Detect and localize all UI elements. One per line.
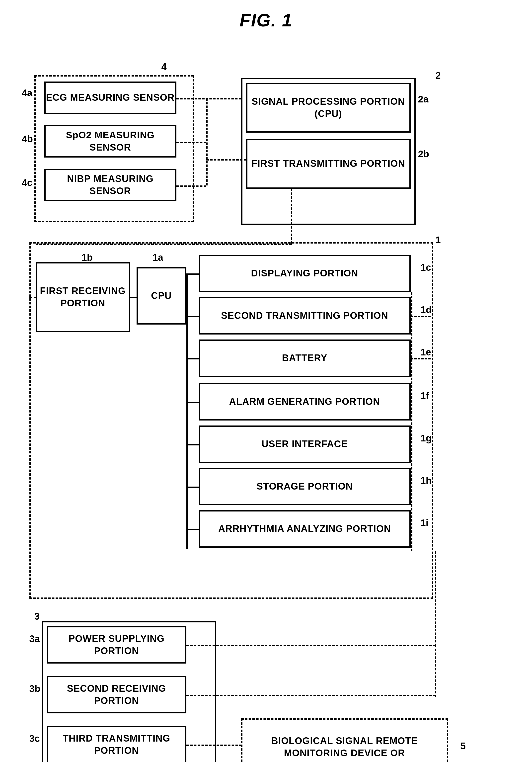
label-1h: 1h [421, 475, 432, 486]
displaying-box: DISPLAYING PORTION [199, 255, 411, 292]
recv-left-dash [30, 297, 37, 298]
dev2-to-dev1-v [291, 189, 292, 244]
label-1d: 1d [421, 305, 432, 315]
2nd-tx-dashed [411, 316, 431, 317]
power-supplying-box: POWER SUPPLYING PORTION [47, 626, 186, 663]
label-4: 4 [162, 62, 167, 72]
label-3: 3 [34, 611, 39, 622]
label-3c: 3c [30, 733, 40, 744]
label-4a: 4a [22, 88, 33, 99]
storage-portion-box: STORAGE PORTION [199, 468, 411, 505]
page: FIG. 1 4 4a ECG MEASURING SENSOR 4b SpO2… [0, 0, 532, 762]
signal-processing-box: SIGNAL PROCESSING PORTION (CPU) [246, 83, 411, 133]
second-receiving-box: SECOND RECEIVING PORTION [47, 676, 186, 714]
battery-dashed [411, 358, 431, 359]
sensor-to-device2 [206, 159, 246, 161]
to-battery [186, 358, 199, 359]
to-second-tx [186, 316, 199, 317]
remote-monitoring-box: BIOLOGICAL SIGNAL REMOTE MONITORING DEVI… [241, 719, 448, 762]
bottom-v-dashed2 [435, 645, 436, 697]
label-2: 2 [435, 70, 441, 81]
dev2-to-dev1-h [35, 244, 292, 245]
spo2-sensor-box: SpO2 MEASURING SENSOR [44, 125, 176, 158]
battery-box: BATTERY [199, 340, 411, 377]
ecg-sensor-box: ECG MEASURING SENSOR [44, 82, 176, 114]
label-2a: 2a [418, 94, 429, 105]
right-dashed-v [411, 292, 412, 551]
label-1b: 1b [82, 252, 93, 263]
label-4b: 4b [22, 134, 33, 145]
second-transmitting-box: SECOND TRANSMITTING PORTION [199, 297, 411, 335]
to-ui [186, 444, 199, 445]
label-1i: 1i [421, 518, 429, 528]
first-transmitting-box: FIRST TRANSMITTING PORTION [246, 139, 411, 189]
label-1c: 1c [421, 262, 431, 273]
third-tx-to-remote [186, 744, 242, 746]
sensor-v-line [206, 98, 208, 186]
label-4c: 4c [22, 178, 33, 188]
fig-title: FIG. 1 [10, 10, 522, 31]
arrhythmia-box: ARRHYTHMIA ANALYZING PORTION [199, 510, 411, 548]
label-3a: 3a [30, 634, 40, 644]
label-1f: 1f [421, 391, 429, 401]
nibp-connector [176, 186, 206, 187]
first-receiving-box: FIRST RECEIVING PORTION [35, 262, 130, 332]
to-displaying [186, 273, 199, 275]
diagram: 4 4a ECG MEASURING SENSOR 4b SpO2 MEASUR… [17, 45, 515, 762]
to-storage [186, 487, 199, 488]
second-recv-to-right [186, 695, 435, 696]
label-1: 1 [435, 235, 441, 246]
spo2-connector [176, 142, 206, 143]
nibp-sensor-box: NIBP MEASURING SENSOR [44, 169, 176, 201]
to-alarm [186, 402, 199, 403]
to-arrhythmia [186, 529, 199, 530]
ecg-connector [176, 98, 241, 100]
label-5: 5 [460, 741, 466, 751]
third-transmitting-box: THIRD TRANSMITTING PORTION [47, 726, 186, 762]
recv-to-cpu-line [130, 297, 138, 298]
alarm-generating-box: ALARM GENERATING PORTION [199, 383, 411, 420]
label-1e: 1e [421, 347, 431, 358]
cpu-box: CPU [137, 267, 186, 325]
label-1g: 1g [421, 433, 432, 444]
label-2b: 2b [418, 149, 429, 160]
bottom-v-dashed [435, 551, 436, 646]
label-3b: 3b [30, 683, 40, 694]
user-interface-box: USER INTERFACE [199, 425, 411, 463]
power-to-right [186, 645, 435, 646]
label-1a: 1a [153, 252, 163, 263]
